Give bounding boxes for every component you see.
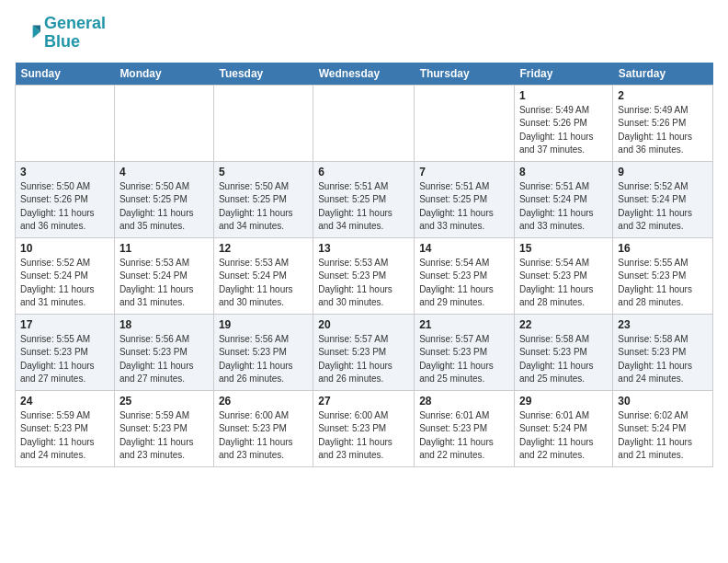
day-info: Sunrise: 6:02 AM Sunset: 5:24 PM Dayligh…: [618, 409, 708, 463]
day-number: 22: [519, 318, 608, 331]
day-info: Sunrise: 5:52 AM Sunset: 5:24 PM Dayligh…: [20, 257, 109, 310]
day-header-monday: Monday: [114, 63, 213, 86]
calendar-cell: [16, 85, 115, 161]
calendar-cell: 25Sunrise: 5:59 AM Sunset: 5:23 PM Dayli…: [114, 390, 213, 466]
day-number: 27: [318, 395, 409, 408]
calendar-cell: 9Sunrise: 5:52 AM Sunset: 5:24 PM Daylig…: [613, 161, 713, 237]
calendar-table: SundayMondayTuesdayWednesdayThursdayFrid…: [15, 63, 713, 467]
day-header-tuesday: Tuesday: [213, 63, 313, 86]
day-info: Sunrise: 5:59 AM Sunset: 5:23 PM Dayligh…: [119, 409, 209, 463]
calendar-week-row: 1Sunrise: 5:49 AM Sunset: 5:26 PM Daylig…: [16, 85, 713, 161]
calendar-cell: 4Sunrise: 5:50 AM Sunset: 5:25 PM Daylig…: [114, 161, 213, 237]
calendar-cell: 16Sunrise: 5:55 AM Sunset: 5:23 PM Dayli…: [613, 237, 713, 314]
logo-text: General: [44, 15, 106, 33]
day-info: Sunrise: 5:55 AM Sunset: 5:23 PM Dayligh…: [20, 333, 109, 386]
day-info: Sunrise: 5:54 AM Sunset: 5:23 PM Dayligh…: [419, 257, 509, 310]
day-info: Sunrise: 5:58 AM Sunset: 5:23 PM Dayligh…: [618, 333, 708, 386]
day-info: Sunrise: 5:56 AM Sunset: 5:23 PM Dayligh…: [219, 333, 308, 386]
calendar-cell: 3Sunrise: 5:50 AM Sunset: 5:26 PM Daylig…: [16, 161, 115, 237]
day-number: 5: [219, 166, 308, 178]
day-info: Sunrise: 6:00 AM Sunset: 5:23 PM Dayligh…: [219, 409, 308, 463]
day-info: Sunrise: 5:49 AM Sunset: 5:26 PM Dayligh…: [618, 104, 708, 157]
day-info: Sunrise: 5:53 AM Sunset: 5:24 PM Dayligh…: [119, 257, 209, 310]
day-info: Sunrise: 5:50 AM Sunset: 5:25 PM Dayligh…: [219, 180, 308, 234]
day-info: Sunrise: 5:59 AM Sunset: 5:23 PM Dayligh…: [20, 409, 109, 463]
day-info: Sunrise: 5:50 AM Sunset: 5:26 PM Dayligh…: [20, 180, 109, 234]
day-number: 25: [119, 395, 209, 408]
day-info: Sunrise: 5:53 AM Sunset: 5:24 PM Dayligh…: [219, 257, 308, 310]
calendar-cell: 7Sunrise: 5:51 AM Sunset: 5:25 PM Daylig…: [415, 161, 515, 237]
calendar-cell: 5Sunrise: 5:50 AM Sunset: 5:25 PM Daylig…: [213, 161, 313, 237]
day-header-thursday: Thursday: [415, 63, 515, 86]
calendar-cell: 13Sunrise: 5:53 AM Sunset: 5:23 PM Dayli…: [313, 237, 415, 314]
day-header-sunday: Sunday: [16, 63, 115, 86]
calendar-cell: 2Sunrise: 5:49 AM Sunset: 5:26 PM Daylig…: [613, 85, 713, 161]
day-header-wednesday: Wednesday: [313, 63, 415, 86]
calendar-cell: 17Sunrise: 5:55 AM Sunset: 5:23 PM Dayli…: [16, 314, 115, 390]
calendar-cell: 29Sunrise: 6:01 AM Sunset: 5:24 PM Dayli…: [514, 390, 612, 466]
calendar-cell: 24Sunrise: 5:59 AM Sunset: 5:23 PM Dayli…: [16, 390, 115, 466]
day-number: 10: [20, 242, 109, 255]
day-number: 20: [318, 318, 409, 331]
day-info: Sunrise: 5:50 AM Sunset: 5:25 PM Dayligh…: [119, 180, 209, 234]
day-info: Sunrise: 5:55 AM Sunset: 5:23 PM Dayligh…: [618, 257, 708, 310]
calendar-cell: 28Sunrise: 6:01 AM Sunset: 5:23 PM Dayli…: [415, 390, 515, 466]
day-info: Sunrise: 6:01 AM Sunset: 5:23 PM Dayligh…: [419, 409, 509, 463]
day-info: Sunrise: 5:56 AM Sunset: 5:23 PM Dayligh…: [119, 333, 209, 386]
day-info: Sunrise: 6:01 AM Sunset: 5:24 PM Dayligh…: [519, 409, 608, 463]
calendar-cell: 19Sunrise: 5:56 AM Sunset: 5:23 PM Dayli…: [213, 314, 313, 390]
day-info: Sunrise: 5:49 AM Sunset: 5:26 PM Dayligh…: [519, 104, 608, 157]
day-info: Sunrise: 5:58 AM Sunset: 5:23 PM Dayligh…: [519, 333, 608, 386]
day-number: 17: [20, 318, 109, 331]
calendar-cell: 20Sunrise: 5:57 AM Sunset: 5:23 PM Dayli…: [313, 314, 415, 390]
calendar-cell: [415, 85, 515, 161]
day-number: 14: [419, 242, 509, 255]
day-number: 29: [519, 395, 608, 408]
day-info: Sunrise: 5:51 AM Sunset: 5:25 PM Dayligh…: [419, 180, 509, 234]
calendar-cell: 30Sunrise: 6:02 AM Sunset: 5:24 PM Dayli…: [613, 390, 713, 466]
day-info: Sunrise: 5:57 AM Sunset: 5:23 PM Dayligh…: [318, 333, 409, 386]
day-number: 9: [618, 166, 708, 178]
calendar-week-row: 10Sunrise: 5:52 AM Sunset: 5:24 PM Dayli…: [16, 237, 713, 314]
day-info: Sunrise: 5:54 AM Sunset: 5:23 PM Dayligh…: [519, 257, 608, 310]
day-info: Sunrise: 6:00 AM Sunset: 5:23 PM Dayligh…: [318, 409, 409, 463]
calendar-cell: [114, 85, 213, 161]
day-info: Sunrise: 5:51 AM Sunset: 5:25 PM Dayligh…: [318, 180, 409, 234]
day-number: 13: [318, 242, 409, 255]
day-header-friday: Friday: [514, 63, 612, 86]
day-number: 28: [419, 395, 509, 408]
calendar-cell: 8Sunrise: 5:51 AM Sunset: 5:24 PM Daylig…: [514, 161, 612, 237]
calendar-cell: 10Sunrise: 5:52 AM Sunset: 5:24 PM Dayli…: [16, 237, 115, 314]
day-info: Sunrise: 5:52 AM Sunset: 5:24 PM Dayligh…: [618, 180, 708, 234]
calendar-header-row: SundayMondayTuesdayWednesdayThursdayFrid…: [16, 63, 713, 86]
day-info: Sunrise: 5:53 AM Sunset: 5:23 PM Dayligh…: [318, 257, 409, 310]
day-header-saturday: Saturday: [613, 63, 713, 86]
page-header: General Blue: [15, 15, 713, 52]
day-number: 26: [219, 395, 308, 408]
calendar-week-row: 24Sunrise: 5:59 AM Sunset: 5:23 PM Dayli…: [16, 390, 713, 466]
calendar-cell: 6Sunrise: 5:51 AM Sunset: 5:25 PM Daylig…: [313, 161, 415, 237]
calendar-cell: 1Sunrise: 5:49 AM Sunset: 5:26 PM Daylig…: [514, 85, 612, 161]
logo-text-blue: Blue: [44, 33, 106, 52]
day-number: 2: [618, 89, 708, 102]
logo-icon: [15, 20, 40, 46]
calendar-cell: 18Sunrise: 5:56 AM Sunset: 5:23 PM Dayli…: [114, 314, 213, 390]
day-number: 12: [219, 242, 308, 255]
day-number: 6: [318, 166, 409, 178]
day-number: 8: [519, 166, 608, 178]
day-number: 7: [419, 166, 509, 178]
calendar-cell: 12Sunrise: 5:53 AM Sunset: 5:24 PM Dayli…: [213, 237, 313, 314]
day-number: 4: [119, 166, 209, 178]
day-number: 24: [20, 395, 109, 408]
calendar-cell: 22Sunrise: 5:58 AM Sunset: 5:23 PM Dayli…: [514, 314, 612, 390]
day-number: 21: [419, 318, 509, 331]
calendar-cell: 11Sunrise: 5:53 AM Sunset: 5:24 PM Dayli…: [114, 237, 213, 314]
calendar-week-row: 3Sunrise: 5:50 AM Sunset: 5:26 PM Daylig…: [16, 161, 713, 237]
day-number: 18: [119, 318, 209, 331]
day-number: 19: [219, 318, 308, 331]
day-info: Sunrise: 5:51 AM Sunset: 5:24 PM Dayligh…: [519, 180, 608, 234]
calendar-cell: 23Sunrise: 5:58 AM Sunset: 5:23 PM Dayli…: [613, 314, 713, 390]
day-number: 23: [618, 318, 708, 331]
day-number: 16: [618, 242, 708, 255]
day-number: 15: [519, 242, 608, 255]
